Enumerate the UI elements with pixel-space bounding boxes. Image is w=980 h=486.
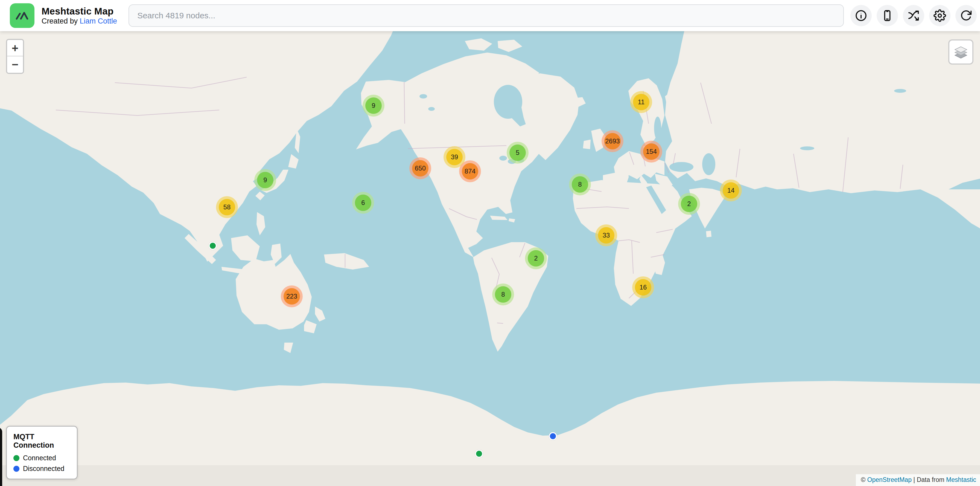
cluster-marker[interactable]: 650 xyxy=(409,157,431,179)
smartphone-icon xyxy=(881,9,894,22)
cluster-count: 223 xyxy=(283,288,300,304)
layers-icon xyxy=(953,44,969,60)
cluster-count: 33 xyxy=(598,227,614,244)
legend-label: Connected xyxy=(23,454,56,462)
cluster-marker[interactable]: 9 xyxy=(363,95,385,116)
cluster-marker[interactable]: 154 xyxy=(640,141,662,163)
app-header: Meshtastic Map Created by Liam Cottle xyxy=(0,0,980,31)
info-button[interactable] xyxy=(850,5,872,26)
node-marker-disconnected[interactable] xyxy=(549,432,557,440)
cluster-marker[interactable]: 14 xyxy=(720,180,742,201)
settings-icon xyxy=(934,9,946,22)
meshtastic-logo-icon xyxy=(14,7,30,24)
cluster-marker[interactable]: 33 xyxy=(595,225,617,246)
cluster-marker[interactable]: 2 xyxy=(678,193,700,215)
author-link[interactable]: Liam Cottle xyxy=(80,17,117,25)
cluster-marker[interactable]: 8 xyxy=(492,284,514,305)
connected-dot-icon xyxy=(13,455,19,461)
cluster-count: 154 xyxy=(643,143,660,160)
legend-title: MQTT Connection xyxy=(13,433,70,449)
world-map[interactable]: 911269315439650874589145862332223816 + −… xyxy=(0,0,980,486)
cluster-marker[interactable]: 223 xyxy=(281,285,303,307)
meshtastic-link[interactable]: Meshtastic xyxy=(946,476,976,483)
cluster-marker[interactable]: 874 xyxy=(459,160,481,182)
settings-button[interactable] xyxy=(929,5,950,26)
page-subtitle: Created by Liam Cottle xyxy=(41,17,117,26)
cluster-count: 9 xyxy=(257,172,274,188)
cluster-marker[interactable]: 9 xyxy=(254,169,276,191)
brand-block: Meshtastic Map Created by Liam Cottle xyxy=(41,5,117,25)
cluster-count: 39 xyxy=(446,149,463,165)
cluster-count: 8 xyxy=(495,286,511,303)
refresh-icon xyxy=(960,9,972,22)
layers-control[interactable] xyxy=(948,40,974,65)
cluster-count: 2 xyxy=(681,196,697,212)
attribution-separator: | Data from xyxy=(912,476,946,483)
mobile-app-button[interactable] xyxy=(877,5,898,26)
cluster-marker[interactable]: 16 xyxy=(632,276,654,298)
offscreen-panel-edge xyxy=(0,427,2,486)
meshtastic-logo xyxy=(10,3,35,28)
header-buttons xyxy=(850,5,977,26)
search-input[interactable] xyxy=(129,5,844,27)
cluster-count: 9 xyxy=(365,97,382,114)
cluster-marker[interactable]: 5 xyxy=(507,142,528,164)
marker-layer: 911269315439650874589145862332223816 xyxy=(0,0,980,486)
cluster-count: 6 xyxy=(355,194,371,211)
cluster-marker[interactable]: 8 xyxy=(569,174,591,195)
cluster-count: 11 xyxy=(633,94,649,110)
disconnected-dot-icon xyxy=(13,466,19,472)
cluster-count: 650 xyxy=(412,160,428,177)
info-icon xyxy=(855,9,867,22)
refresh-button[interactable] xyxy=(955,5,977,26)
zoom-out-button[interactable]: − xyxy=(7,56,23,73)
page-title: Meshtastic Map xyxy=(41,5,117,17)
map-attribution: © OpenStreetMap | Data from Meshtastic xyxy=(856,474,980,486)
cluster-marker[interactable]: 11 xyxy=(630,91,652,113)
cluster-count: 14 xyxy=(723,182,739,199)
cluster-marker[interactable]: 58 xyxy=(216,196,238,218)
cluster-count: 5 xyxy=(509,145,526,161)
subtitle-prefix: Created by xyxy=(41,17,80,25)
copyright-text: © xyxy=(861,476,867,483)
zoom-control: + − xyxy=(6,39,24,74)
cluster-count: 58 xyxy=(219,199,235,215)
mqtt-legend: MQTT Connection Connected Disconnected xyxy=(6,426,78,480)
node-marker-connected[interactable] xyxy=(475,449,483,458)
cluster-count: 8 xyxy=(572,176,588,193)
shuffle-icon xyxy=(907,9,920,22)
cluster-count: 2 xyxy=(528,250,544,266)
legend-item-disconnected: Disconnected xyxy=(13,465,70,473)
node-marker-connected[interactable] xyxy=(208,242,217,250)
cluster-marker[interactable]: 2693 xyxy=(601,130,624,152)
cluster-count: 2693 xyxy=(604,133,621,150)
cluster-count: 874 xyxy=(462,163,478,180)
cluster-count: 16 xyxy=(635,279,651,296)
cluster-marker[interactable]: 6 xyxy=(352,192,374,214)
openstreetmap-link[interactable]: OpenStreetMap xyxy=(867,476,912,483)
legend-item-connected: Connected xyxy=(13,454,70,462)
legend-label: Disconnected xyxy=(23,465,64,473)
zoom-in-button[interactable]: + xyxy=(7,40,23,56)
routes-button[interactable] xyxy=(903,5,924,26)
cluster-marker[interactable]: 2 xyxy=(525,247,547,269)
